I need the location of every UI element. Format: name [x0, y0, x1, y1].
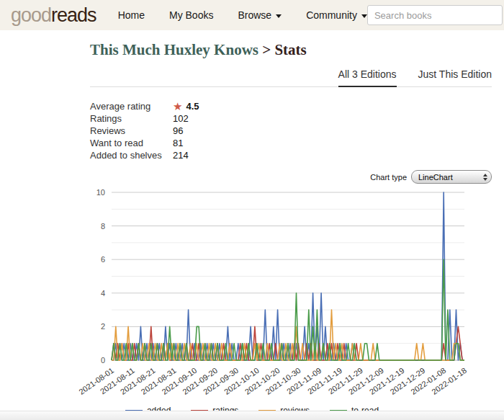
chart-type-selected-value: LineChart	[418, 173, 453, 182]
page-title: This Much Huxley Knows > Stats	[90, 41, 492, 59]
stat-value: 4.5	[186, 101, 199, 112]
nav-home[interactable]: Home	[118, 9, 145, 21]
y-tick-label: 4	[101, 289, 105, 298]
stat-label: Reviews	[90, 125, 173, 136]
stat-label: Ratings	[90, 113, 173, 124]
y-tick-label: 8	[101, 222, 105, 231]
header: goodreads Home My Books Browse Community	[0, 0, 504, 30]
main-content: This Much Huxley Knows > Stats All 3 Edi…	[0, 41, 504, 184]
y-tick-label: 2	[101, 322, 105, 331]
stat-value: 214	[173, 150, 189, 161]
tab-this-edition[interactable]: Just This Edition	[418, 68, 492, 87]
logo-part-good: good	[11, 4, 51, 26]
title-section: Stats	[274, 41, 306, 58]
stats-table: Average rating ★ 4.5 Ratings 102 Reviews…	[90, 100, 492, 161]
stat-label: Added to shelves	[90, 150, 173, 161]
stats-line-chart: 02468102021-08-012021-08-112021-08-21202…	[0, 185, 504, 410]
search-container	[367, 5, 503, 25]
nav-browse[interactable]: Browse	[238, 9, 282, 21]
nav-my-books-label: My Books	[169, 9, 213, 21]
chart-type-select[interactable]: LineChart	[411, 170, 492, 184]
stat-row-reviews: Reviews 96	[90, 125, 492, 137]
caret-down-icon	[276, 14, 282, 18]
stat-value: 102	[173, 113, 189, 124]
stat-row-ratings: Ratings 102	[90, 112, 492, 125]
tab-all-editions[interactable]: All 3 Editions	[338, 68, 397, 87]
nav-browse-label: Browse	[238, 9, 271, 21]
chart-type-row: Chart type LineChart	[90, 170, 492, 184]
stat-value: 81	[173, 138, 183, 148]
caret-down-icon	[361, 14, 367, 18]
stat-row-average-rating: Average rating ★ 4.5	[90, 100, 492, 112]
goodreads-logo[interactable]: goodreads	[11, 6, 96, 25]
editions-tabs: All 3 Editions Just This Edition	[90, 68, 492, 87]
stat-label: Want to read	[90, 138, 173, 148]
stat-row-want-to-read: Want to read 81	[90, 137, 492, 149]
y-tick-label: 0	[101, 356, 105, 365]
nav-my-books[interactable]: My Books	[169, 9, 213, 21]
y-tick-label: 10	[96, 188, 105, 197]
nav-community-label: Community	[306, 9, 357, 21]
chart-type-label: Chart type	[370, 173, 407, 182]
stat-value: 96	[173, 125, 183, 136]
logo-part-reads: reads	[51, 4, 96, 26]
stat-label: Average rating	[90, 101, 173, 112]
star-icon: ★	[173, 101, 182, 112]
search-input[interactable]	[367, 5, 503, 25]
main-nav: Home My Books Browse Community	[118, 9, 367, 21]
select-arrows-icon	[483, 174, 487, 181]
nav-community[interactable]: Community	[306, 9, 367, 21]
bottom-strip	[0, 411, 504, 420]
y-tick-label: 6	[101, 255, 105, 264]
title-separator-glyph: >	[262, 41, 271, 58]
book-title-link[interactable]: This Much Huxley Knows	[90, 41, 258, 58]
stat-row-added-to-shelves: Added to shelves 214	[90, 149, 492, 161]
nav-home-label: Home	[118, 9, 145, 21]
